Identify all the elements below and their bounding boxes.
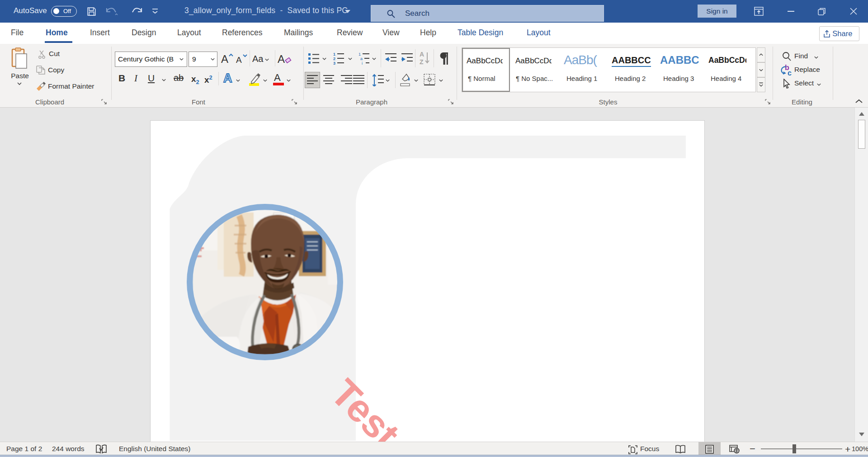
svg-text:1: 1: [333, 52, 335, 57]
svg-text:c: c: [788, 69, 792, 76]
svg-text:A: A: [420, 51, 424, 58]
svg-text:1: 1: [359, 52, 361, 57]
svg-text:a: a: [360, 57, 363, 61]
svg-text:3: 3: [333, 61, 335, 65]
svg-text:i: i: [362, 61, 363, 65]
svg-text:2: 2: [333, 57, 335, 61]
svg-text:Z: Z: [420, 58, 424, 65]
